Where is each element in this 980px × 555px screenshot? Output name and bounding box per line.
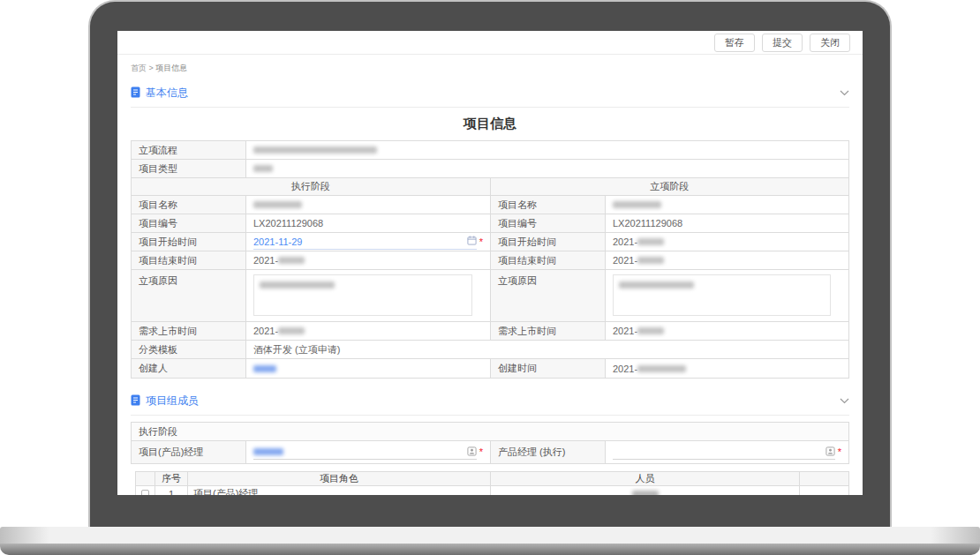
start-date-value: 2021-11-29: [253, 236, 302, 247]
row-approval-flow: 立项流程: [132, 141, 848, 160]
project-type-value: [246, 160, 848, 178]
reason-exec-cell: [246, 270, 491, 322]
launch-date-exec-value: 2021-: [246, 322, 491, 341]
project-code-exec-value: LX20211129068: [246, 214, 491, 233]
end-date-approval-value: 2021-: [606, 251, 848, 270]
submit-button[interactable]: 提交: [762, 34, 803, 52]
breadcrumb: 首页 > 项目信息: [117, 55, 863, 74]
page-title: 项目信息: [117, 116, 863, 132]
required-marker: *: [838, 447, 841, 457]
field-label: 项目结束时间: [132, 251, 246, 270]
laptop-base: [0, 527, 980, 544]
pm-exec-picker-field[interactable]: [613, 445, 835, 460]
reason-approval-textarea[interactable]: [613, 274, 831, 316]
row-reason: 立项原因 立项原因: [132, 270, 848, 322]
calendar-icon[interactable]: [467, 236, 477, 247]
field-label: 分类模板: [132, 341, 246, 359]
field-label: 立项流程: [132, 141, 246, 160]
row-project-code: 项目编号 LX20211129068 项目编号 LX20211129068: [132, 214, 848, 233]
pm-picker-field[interactable]: [253, 445, 477, 460]
doc-icon: [131, 394, 140, 408]
breadcrumb-home-link[interactable]: 首页: [131, 64, 147, 72]
basic-info-section-header[interactable]: 基本信息: [131, 86, 849, 101]
field-label: 项目类型: [132, 160, 246, 178]
section-title: 基本信息: [146, 86, 188, 101]
field-label: 需求上市时间: [491, 322, 606, 341]
field-label: 项目结束时间: [491, 251, 606, 270]
required-marker: *: [479, 447, 483, 457]
project-name-approval-value: [606, 196, 848, 214]
basic-info-table: 立项流程 项目类型 执行阶段 立项阶段 项目名称 项目名称 项目编号 LX202…: [131, 140, 849, 379]
members-table-header: 序号 项目角色 人员: [136, 472, 848, 486]
page: 暂存 提交 关闭 首页 > 项目信息 基本信息 项目信息 立项流程: [0, 0, 980, 555]
contact-picker-icon[interactable]: [825, 446, 835, 458]
section-divider: [131, 107, 849, 108]
row-role: 项目(产品)经理: [188, 486, 491, 495]
template-value: 酒体开发 (立项申请): [246, 341, 848, 359]
row-end-date: 项目结束时间 2021- 项目结束时间 2021-: [132, 251, 848, 270]
members-section-header[interactable]: 项目组成员: [131, 394, 849, 409]
col-header-role: 项目角色: [188, 472, 491, 486]
field-label: 项目名称: [491, 196, 606, 214]
field-label: 项目开始时间: [132, 233, 246, 251]
table-row: 1 项目(产品)经理: [136, 486, 848, 495]
row-creator: 创建人 创建时间 2021-: [132, 359, 848, 378]
row-extra: [800, 486, 848, 495]
approval-phase-header: 立项阶段: [491, 178, 849, 196]
field-label: 项目(产品)经理: [132, 441, 246, 463]
field-label: 创建时间: [491, 359, 606, 378]
creator-value-link[interactable]: [246, 359, 491, 378]
field-label: 项目名称: [132, 196, 246, 214]
row-checkbox-cell: [136, 486, 155, 495]
start-date-picker[interactable]: 2021-11-29: [253, 235, 477, 250]
row-no: 1: [155, 486, 188, 495]
start-date-approval-value: 2021-: [606, 233, 848, 251]
project-name-exec-value: [246, 196, 491, 214]
select-all-cell: [136, 472, 155, 486]
row-project-name: 项目名称 项目名称: [132, 196, 848, 214]
row-start-date: 项目开始时间 2021-11-29 * 项目开始时间 2021-: [132, 233, 848, 251]
approval-flow-value: [246, 141, 848, 160]
row-members-fields: 项目(产品)经理 * 产品经理 (执行): [132, 441, 848, 463]
reason-approval-cell: [606, 270, 848, 322]
save-draft-button[interactable]: 暂存: [714, 34, 755, 52]
chevron-down-icon[interactable]: [840, 90, 849, 96]
required-marker: *: [479, 237, 483, 247]
col-header-extra: [800, 472, 848, 486]
row-project-type: 项目类型: [132, 160, 848, 178]
col-header-no: 序号: [155, 472, 188, 486]
section-title: 项目组成员: [146, 394, 199, 409]
row-phase-headers: 执行阶段 立项阶段: [132, 178, 848, 196]
members-list-table: 序号 项目角色 人员 1 项目(产品)经理 2 产品经理(执行): [135, 471, 849, 495]
created-time-value: 2021-: [606, 359, 848, 378]
start-date-cell: 2021-11-29 *: [246, 233, 491, 251]
app-window: 暂存 提交 关闭 首页 > 项目信息 基本信息 项目信息 立项流程: [117, 31, 863, 495]
reason-exec-textarea[interactable]: [253, 274, 472, 316]
field-label: 项目编号: [491, 214, 606, 233]
row-person: [491, 486, 800, 495]
close-button[interactable]: 关闭: [810, 34, 850, 52]
project-code-approval-value: LX20211129068: [606, 214, 848, 233]
field-label: 创建人: [132, 359, 246, 378]
laptop-base-edge: [0, 544, 980, 555]
members-phase-header: 执行阶段: [132, 423, 848, 441]
row-members-phase: 执行阶段: [132, 423, 848, 441]
contact-picker-icon[interactable]: [467, 446, 477, 458]
col-header-person: 人员: [491, 472, 800, 486]
field-label: 立项原因: [132, 270, 246, 322]
end-date-exec-value: 2021-: [246, 251, 491, 270]
chevron-down-icon[interactable]: [840, 398, 849, 404]
exec-phase-header: 执行阶段: [132, 178, 491, 196]
breadcrumb-separator: >: [149, 64, 154, 72]
breadcrumb-current: 项目信息: [155, 64, 187, 72]
toolbar: 暂存 提交 关闭: [117, 31, 863, 55]
launch-date-approval-value: 2021-: [606, 322, 848, 341]
field-label: 项目开始时间: [491, 233, 606, 251]
field-label: 需求上市时间: [132, 322, 246, 341]
row-template: 分类模板 酒体开发 (立项申请): [132, 341, 848, 359]
doc-icon: [131, 86, 140, 100]
members-fields-table: 执行阶段 项目(产品)经理 * 产品经理 (执行): [131, 422, 849, 464]
row-checkbox[interactable]: [141, 490, 149, 496]
field-label: 产品经理 (执行): [491, 441, 606, 463]
row-launch-date: 需求上市时间 2021- 需求上市时间 2021-: [132, 322, 848, 341]
